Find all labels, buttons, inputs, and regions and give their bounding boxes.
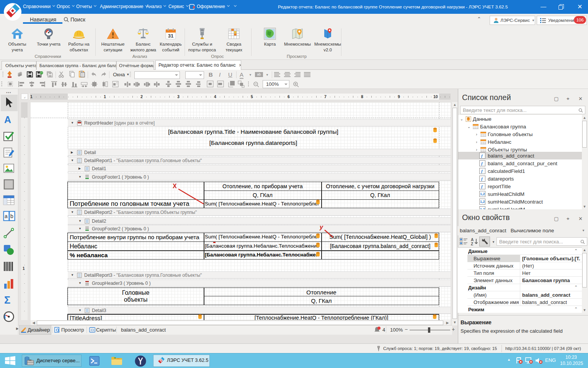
svg-text:31: 31 <box>168 33 173 39</box>
svg-text:b: b <box>10 213 13 219</box>
svg-text:1,2: 1,2 <box>480 192 485 196</box>
svg-text:a: a <box>5 213 8 219</box>
svg-text:Z: Z <box>471 242 473 246</box>
svg-text:A: A <box>471 238 474 242</box>
svg-text:1,2: 1,2 <box>480 200 485 204</box>
svg-text:<>: <> <box>90 328 95 332</box>
svg-text:1,2: 1,2 <box>480 207 485 209</box>
